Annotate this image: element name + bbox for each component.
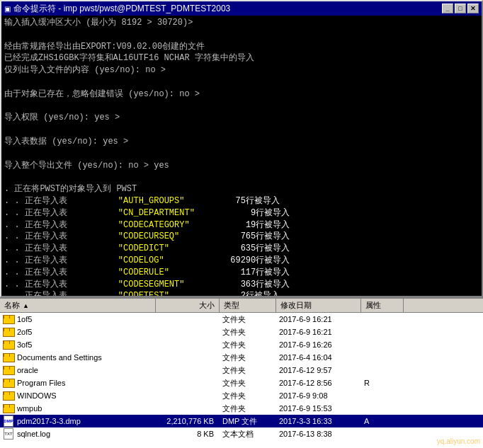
col-header-name[interactable]: 名称 ▲	[0, 299, 156, 312]
list-item[interactable]: 3of5 文件夹 2017-6-9 16:26	[0, 338, 483, 351]
cmd-title-icon: ▣	[4, 5, 11, 13]
file-type: 文件夹	[220, 352, 276, 363]
file-modified: 2017-6-9 16:26	[276, 340, 361, 349]
col-header-modified[interactable]: 修改日期	[276, 299, 361, 312]
col-header-attr[interactable]: 属性	[361, 299, 404, 312]
file-modified: 2017-6-4 16:04	[276, 353, 361, 362]
cmd-line-8	[4, 100, 479, 113]
folder-icon	[3, 314, 14, 325]
file-name: 2of5	[17, 328, 32, 336]
file-type: 文件夹	[220, 327, 276, 338]
file-icon-name: Program Files	[0, 377, 156, 389]
file-modified: 2017-6-9 9:08	[276, 391, 361, 400]
folder-icon	[3, 364, 14, 376]
file-size: 8 KB	[156, 430, 220, 438]
list-item[interactable]: TXT sqlnet.log 8 KB 文本文档 2017-6-13 8:38	[0, 427, 483, 440]
file-type: 文件夹	[220, 340, 276, 350]
file-modified: 2017-6-9 16:21	[276, 315, 361, 323]
file-icon-name: WINDOWS	[0, 390, 156, 401]
cmd-import-line-3: . . 正在导入表 "CODECATEGORY" 19行被导入	[4, 219, 479, 231]
file-icon-name: wmpub	[0, 403, 156, 414]
folder-icon	[3, 352, 14, 363]
cmd-line-14	[4, 171, 479, 183]
dmp-file-icon: DMP	[3, 415, 14, 427]
cmd-import-line-9: . . 正在导入表 "CODETEST" 2行被导入	[4, 290, 479, 296]
file-name: 1of5	[17, 315, 32, 323]
txt-file-icon: TXT	[3, 428, 14, 440]
file-icon-name: 2of5	[0, 326, 156, 338]
cmd-body: 输入插入缓冲区大小 (最小为 8192 > 30720)> 经由常规路径导出由E…	[1, 16, 482, 296]
cmd-titlebar: ▣ 命令提示符 - imp pwst/pwst@PDMTEST_PDMTEST2…	[1, 1, 482, 16]
file-type: 文件夹	[220, 314, 276, 325]
file-name: pdm2017-3-3.dmp	[17, 417, 81, 425]
col-modified-label: 修改日期	[280, 300, 312, 311]
cmd-window: ▣ 命令提示符 - imp pwst/pwst@PDMTEST_PDMTEST2…	[0, 0, 483, 297]
cmd-line-1: 输入插入缓冲区大小 (最小为 8192 > 30720)>	[4, 17, 479, 29]
file-type: DMP 文件	[220, 416, 276, 427]
list-item[interactable]: WINDOWS 文件夹 2017-6-9 9:08	[0, 389, 483, 402]
file-name: WINDOWS	[17, 391, 57, 400]
file-size: 2,210,776 KB	[156, 417, 220, 425]
list-item[interactable]: oracle 文件夹 2017-6-12 9:57	[0, 364, 483, 377]
folder-icon	[3, 377, 14, 389]
explorer-section: 名称 ▲ 大小 类型 修改日期 属性 1of5	[0, 297, 483, 448]
file-name: wmpub	[17, 404, 42, 413]
cmd-line-9: 导入权限 (yes/no): yes >	[4, 112, 479, 124]
file-icon-name: Documents and Settings	[0, 352, 156, 363]
file-icon-name: 3of5	[0, 339, 156, 350]
file-attr: R	[361, 379, 404, 387]
cmd-line-5: 仅列出导入文件的内容 (yes/no): no >	[4, 64, 479, 76]
list-item[interactable]: 2of5 文件夹 2017-6-9 16:21	[0, 326, 483, 338]
file-type: 文件夹	[220, 391, 276, 401]
main-container: ▣ 命令提示符 - imp pwst/pwst@PDMTEST_PDMTEST2…	[0, 0, 483, 448]
maximize-button[interactable]: □	[455, 4, 466, 13]
explorer-body: 1of5 文件夹 2017-6-9 16:21 2of5 文件夹 2017-6-…	[0, 313, 483, 440]
file-icon-name: 1of5	[0, 314, 156, 325]
col-header-size[interactable]: 大小	[156, 299, 220, 312]
cmd-line-10	[4, 124, 479, 136]
minimize-button[interactable]: _	[442, 4, 453, 13]
file-type: 文本文档	[220, 429, 276, 440]
file-icon-name: DMP pdm2017-3-3.dmp	[0, 415, 156, 427]
cmd-line-2	[4, 29, 479, 41]
close-button[interactable]: ✕	[467, 4, 479, 13]
list-item[interactable]: wmpub 文件夹 2017-6-9 15:53	[0, 402, 483, 415]
cmd-line-15: . 正在将PWST的对象导入到 PWST	[4, 183, 479, 195]
explorer-header: 名称 ▲ 大小 类型 修改日期 属性	[0, 299, 483, 313]
file-modified: 2017-6-9 15:53	[276, 404, 361, 413]
file-modified: 2017-6-12 8:56	[276, 379, 361, 387]
cmd-import-line-4: . . 正在导入表 "CODECURSEQ" 765行被导入	[4, 231, 479, 243]
cmd-import-line-2: . . 正在导入表 "CN_DEPARTMENT" 9行被导入	[4, 207, 479, 219]
folder-icon	[3, 390, 14, 401]
cmd-line-13: 导入整个导出文件 (yes/no): no > yes	[4, 160, 479, 172]
col-header-type[interactable]: 类型	[220, 299, 276, 312]
file-type: 文件夹	[220, 403, 276, 414]
cmd-line-4: 已经完成ZHS16GBK字符集和AL16UTF16 NCHAR 字符集中的导入	[4, 52, 479, 64]
cmd-line-6	[4, 76, 479, 88]
sort-arrow: ▲	[23, 302, 29, 309]
cmd-line-3: 经由常规路径导出由EXPORT:V09.02.00创建的文件	[4, 41, 479, 53]
file-name: Program Files	[17, 379, 65, 387]
list-item[interactable]: 1of5 文件夹 2017-6-9 16:21	[0, 313, 483, 326]
file-icon-name: TXT sqlnet.log	[0, 428, 156, 440]
cmd-line-11: 导入表数据 (yes/no): yes >	[4, 136, 479, 148]
folder-icon	[3, 326, 14, 338]
cmd-line-12	[4, 148, 479, 160]
file-name: oracle	[17, 366, 38, 374]
list-item[interactable]: DMP pdm2017-3-3.dmp 2,210,776 KB DMP 文件 …	[0, 415, 483, 427]
file-name: sqlnet.log	[17, 430, 50, 438]
file-name: Documents and Settings	[17, 353, 102, 362]
cmd-titlebar-controls: _ □ ✕	[442, 4, 479, 13]
file-type: 文件夹	[220, 365, 276, 376]
list-item[interactable]: Documents and Settings 文件夹 2017-6-4 16:0…	[0, 351, 483, 364]
folder-icon	[3, 403, 14, 414]
cmd-titlebar-left: ▣ 命令提示符 - imp pwst/pwst@PDMTEST_PDMTEST2…	[4, 3, 230, 15]
file-type: 文件夹	[220, 378, 276, 389]
file-name: 3of5	[17, 340, 32, 349]
file-modified: 2017-6-9 16:21	[276, 328, 361, 336]
col-attr-label: 属性	[365, 300, 381, 311]
folder-icon	[3, 339, 14, 350]
file-icon-name: oracle	[0, 364, 156, 376]
file-attr: A	[361, 417, 404, 425]
list-item[interactable]: Program Files 文件夹 2017-6-12 8:56 R	[0, 377, 483, 389]
